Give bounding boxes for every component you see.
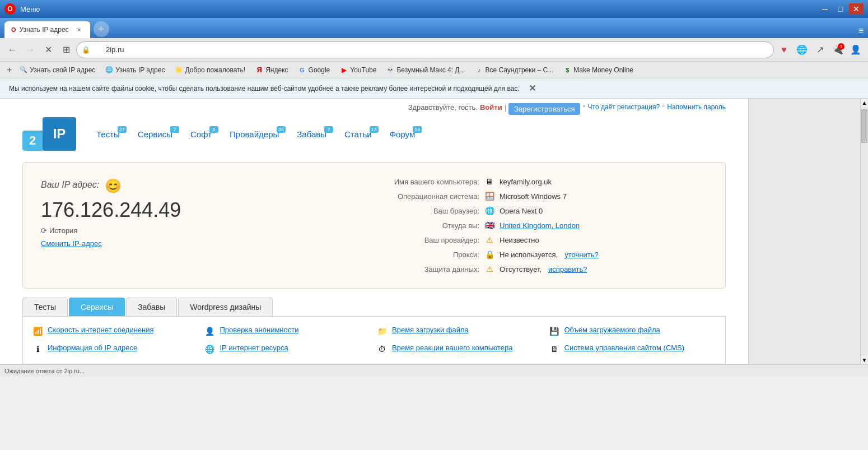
- reload-button[interactable]: ✕: [40, 42, 56, 58]
- proxy-value: Не используется,: [500, 250, 558, 259]
- scroll-up-button[interactable]: ▲: [861, 99, 868, 107]
- service-anon: 👤 Проверка анонимности: [204, 326, 372, 337]
- provider-value: Неизвестно: [500, 236, 539, 244]
- cookie-close-button[interactable]: ✕: [529, 83, 536, 94]
- service-speed-link[interactable]: Скорость интернет соединения: [48, 326, 154, 335]
- forward-button[interactable]: →: [22, 42, 38, 58]
- service-ip-info-link[interactable]: Информация об IP адресе: [48, 344, 137, 353]
- grid-button[interactable]: ⊞: [58, 42, 74, 58]
- back-button[interactable]: ←: [4, 42, 20, 58]
- tab-wordpress[interactable]: Wordpress дизайны: [178, 298, 273, 316]
- history-icon: ⟳: [41, 226, 47, 235]
- add-bookmark-button[interactable]: +: [4, 65, 14, 75]
- service-ip-resource-link[interactable]: IP интернет ресурса: [220, 344, 288, 353]
- bookmark-my-ip[interactable]: 🔍 Узнать свой IP адрес: [15, 63, 100, 77]
- bottom-tabs: Тесты Сервисы Забавы Wordpress дизайны: [22, 298, 726, 316]
- logo-ip: IP: [43, 117, 76, 151]
- browser-icon: 🌐: [484, 205, 495, 216]
- scroll-down-button[interactable]: ▼: [861, 356, 868, 364]
- maximize-button[interactable]: □: [833, 3, 848, 15]
- minimize-button[interactable]: ─: [818, 3, 832, 15]
- register-link[interactable]: Зарегистроваться: [508, 103, 580, 115]
- location-link[interactable]: United Kingdom, London: [500, 221, 580, 230]
- share-button[interactable]: ↗: [812, 42, 828, 58]
- globe-button[interactable]: 🌐: [794, 42, 810, 58]
- nav-bar: ← → ✕ ⊞ 🔒 ♥ 🌐 ↗ 🔌 1 👤: [0, 38, 868, 62]
- active-tab[interactable]: O Узнать IP адрес ✕: [4, 21, 90, 38]
- provider-label: Ваш провайдер:: [379, 236, 479, 244]
- nav-providers[interactable]: Провайдеры 3К: [221, 126, 288, 142]
- service-ip-info: ℹ Информация об IP адресе: [32, 344, 200, 355]
- load-time-icon: 📁: [376, 326, 388, 337]
- nav-testy[interactable]: Тесты 27: [87, 126, 129, 142]
- tab-testy[interactable]: Тесты: [22, 298, 68, 316]
- bookmark-make-money[interactable]: $ Make Money Online: [559, 63, 638, 77]
- history-label: История: [49, 226, 77, 235]
- warning-icon: ⚠: [484, 234, 495, 245]
- status-text: Ожидание ответа от 2ip.ru...: [4, 368, 85, 374]
- address-bar[interactable]: [76, 41, 774, 58]
- logo: 2 IP: [22, 117, 76, 151]
- service-file-size: 💾 Объем загружаемого файла: [549, 326, 717, 337]
- login-link[interactable]: Войти: [480, 103, 502, 115]
- address-bar-wrapper: 🔒: [76, 41, 774, 58]
- nav-menu: Тесты 27 Сервисы 7 Софт 8 Провайдеры 3К: [87, 126, 424, 142]
- greeting-text: Здравствуйте, гость.: [408, 103, 478, 115]
- service-reaction: ⏱ Время реакции вашего компьютера: [376, 344, 544, 355]
- cookie-banner: Мы используем на нашем сайте файлы cooki…: [0, 78, 868, 99]
- tab-zabava[interactable]: Забавы: [126, 298, 177, 316]
- tab-title: Узнать IP адрес: [20, 26, 69, 34]
- service-reaction-link[interactable]: Время реакции вашего компьютера: [392, 344, 512, 353]
- service-cms-link[interactable]: Система управления сайтом (CMS): [564, 344, 685, 353]
- scroll-track[interactable]: [861, 107, 868, 356]
- ip-history-link[interactable]: ⟳ История: [41, 226, 370, 235]
- bookmark-soundtracks[interactable]: ♪ Все Саундтреки – С...: [470, 63, 558, 77]
- protection-fix-link[interactable]: исправить?: [548, 265, 587, 273]
- remind-password-link[interactable]: Напомнить пароль: [667, 103, 726, 115]
- provider-row: Ваш провайдер: ⚠ Неизвестно: [379, 234, 707, 245]
- nav-articles[interactable]: Статьи 13: [335, 126, 381, 142]
- close-button[interactable]: ✕: [849, 3, 864, 15]
- bookmark-mad-max[interactable]: 💀 Безумный Макс 4: Д...: [382, 63, 469, 77]
- bookmark-google[interactable]: G Google: [294, 63, 335, 77]
- logo-nav-row: 2 IP Тесты 27 Сервисы 7 Софт: [0, 115, 748, 153]
- new-tab-button[interactable]: +: [94, 21, 109, 37]
- tab-menu-button[interactable]: ≡: [858, 26, 864, 36]
- nav-servisy[interactable]: Сервисы 7: [129, 126, 181, 142]
- what-gives-link[interactable]: Что даёт регистрация?: [588, 103, 660, 115]
- scroll-thumb[interactable]: [861, 109, 867, 143]
- computer-icon: 🖥: [484, 176, 495, 187]
- account-button[interactable]: 👤: [848, 42, 864, 58]
- yandex-icon: Я: [255, 66, 263, 74]
- bookmark-heart-button[interactable]: ♥: [776, 42, 792, 58]
- browser-value: Opera Next 0: [500, 207, 543, 215]
- bookmark-youtube[interactable]: ▶ YouTube: [335, 63, 381, 77]
- service-load-time-link[interactable]: Время загрузки файла: [392, 326, 469, 335]
- address-input[interactable]: [95, 45, 767, 54]
- computer-name-label: Имя вашего компьютера:: [379, 178, 479, 186]
- browser-label: Ваш браузер:: [379, 207, 479, 215]
- tab-servisy[interactable]: Сервисы: [69, 298, 125, 316]
- service-load-time: 📁 Время загрузки файла: [376, 326, 544, 337]
- bookmark-yandex[interactable]: Я Яндекс: [251, 63, 292, 77]
- bookmark-ip-address[interactable]: 🌐 Узнать IP адрес: [101, 63, 169, 77]
- nav-forum[interactable]: Форум 16: [381, 126, 424, 142]
- logo-2: 2: [22, 131, 43, 151]
- service-file-size-link[interactable]: Объем загружаемого файла: [564, 326, 660, 335]
- change-ip-link[interactable]: Сменить IP-адрес: [41, 239, 370, 248]
- service-anon-link[interactable]: Проверка анонимности: [220, 326, 299, 335]
- scrollbar[interactable]: ▲ ▼: [860, 99, 868, 364]
- status-bar: Ожидание ответа от 2ip.ru...: [0, 364, 868, 377]
- protect-warn-icon: ⚠: [484, 263, 495, 275]
- extensions-button[interactable]: 🔌 1: [830, 42, 846, 58]
- location-label: Откуда вы:: [379, 221, 479, 230]
- bookmark-welcome[interactable]: 🌟 Добро пожаловать!: [170, 63, 250, 77]
- os-row: Операционная система: 🪟 Microsoft Window…: [379, 191, 707, 202]
- ip-info-box: Ваш IP адрес: 😊 176.126.244.49 ⟳ История…: [22, 162, 726, 289]
- proxy-clarify-link[interactable]: уточнить?: [564, 250, 598, 259]
- tab-close-button[interactable]: ✕: [74, 25, 83, 34]
- google-icon: G: [298, 66, 306, 74]
- madmax-icon: 💀: [386, 66, 394, 74]
- nav-soft[interactable]: Софт 8: [181, 126, 221, 142]
- nav-zabava[interactable]: Забавы 7: [288, 126, 335, 142]
